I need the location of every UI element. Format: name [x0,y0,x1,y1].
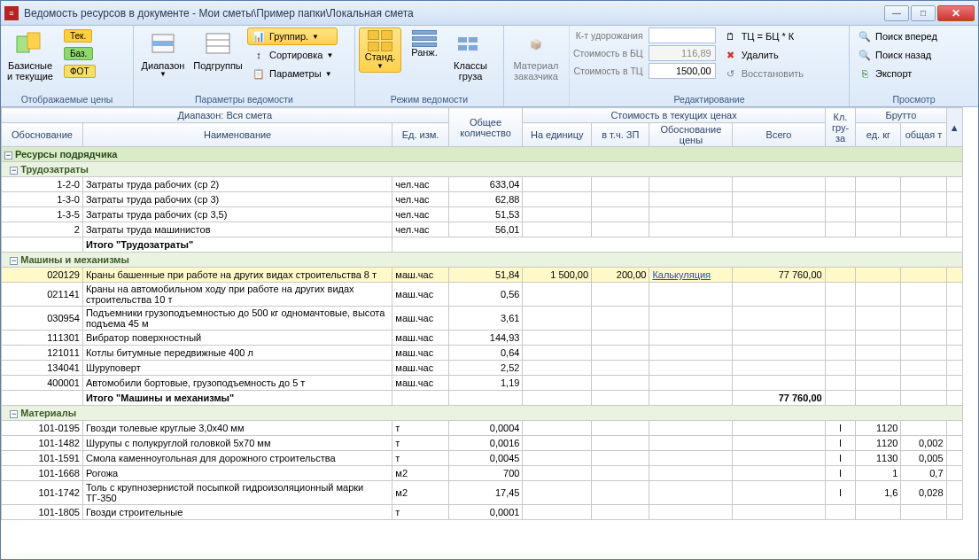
close-button[interactable]: ✕ [937,5,975,21]
cell[interactable] [592,177,649,192]
hdr-obosn[interactable]: Обоснование [2,123,83,147]
cell[interactable] [649,451,733,466]
cell[interactable] [523,421,592,436]
cell[interactable] [592,421,649,436]
cell[interactable] [649,436,733,451]
cell[interactable] [825,192,856,207]
prices-basic-current-button[interactable]: Базисные и текущие [4,27,56,84]
cell[interactable] [825,331,856,346]
cell[interactable] [901,346,946,361]
cell[interactable]: I [825,481,856,505]
cell[interactable] [856,177,901,192]
subsection-cell[interactable]: −Трудозатраты [2,162,963,177]
hdr-naim[interactable]: Наименование [82,123,392,147]
cell[interactable] [946,361,962,376]
cell[interactable]: Вибратор поверхностный [82,331,392,346]
cell[interactable]: м2 [392,481,448,505]
cell[interactable] [649,421,733,436]
cell[interactable] [825,346,856,361]
cell[interactable] [523,192,592,207]
subsection-cell[interactable]: −Машины и механизмы [2,253,963,268]
cell[interactable] [523,436,592,451]
kt-input[interactable] [649,27,716,43]
subsection-cell[interactable]: −Материалы [2,406,963,421]
maximize-button[interactable]: □ [911,5,936,21]
cell[interactable] [448,391,523,406]
cell[interactable] [523,391,592,406]
cell[interactable] [946,207,962,222]
cell[interactable]: 020129 [2,268,83,283]
cell[interactable]: 0,0016 [448,436,523,451]
cell[interactable] [946,505,962,520]
cell[interactable] [733,436,825,451]
cell[interactable] [946,436,962,451]
cell[interactable] [856,192,901,207]
search-fwd-button[interactable]: 🔍Поиск вперед [853,27,942,45]
table-row[interactable]: 020129Краны башенные при работе на други… [2,268,963,283]
cell[interactable]: 101-1668 [2,466,83,481]
cell[interactable] [825,505,856,520]
table-row[interactable]: −Материалы [2,406,963,421]
cell[interactable] [825,391,856,406]
cell[interactable] [901,207,946,222]
cell[interactable]: м2 [392,466,448,481]
cell[interactable] [733,466,825,481]
cell[interactable]: 77 760,00 [733,268,825,283]
section-cell[interactable]: −Ресурсы подрядчика [2,147,963,162]
cell[interactable]: чел.час [392,192,448,207]
table-row[interactable]: 121011Котлы битумные передвижные 400 лма… [2,346,963,361]
table-row[interactable]: 101-1482Шурупы с полукруглой головкой 5х… [2,436,963,451]
table-row[interactable]: Итого "Машины и механизмы"77 760,00 [2,391,963,406]
cell[interactable] [649,466,733,481]
cell[interactable] [733,331,825,346]
cell[interactable]: т [392,421,448,436]
stand-button[interactable]: Станд.▼ [359,27,401,73]
table-row[interactable]: 101-1591Смола каменноугольная для дорожн… [2,451,963,466]
cell[interactable] [592,307,649,331]
table-row[interactable]: 2Затраты труда машинистовчел.час56,01 [2,222,963,237]
cell[interactable] [523,481,592,505]
cell[interactable] [901,192,946,207]
ranzh-button[interactable]: Ранж. [405,27,444,60]
cell[interactable]: 0,005 [901,451,946,466]
cell[interactable]: 0,7 [901,466,946,481]
cell[interactable] [856,391,901,406]
cell[interactable] [733,361,825,376]
cell[interactable]: 400001 [2,376,83,391]
cell[interactable]: I [825,466,856,481]
cell[interactable]: т [392,436,448,451]
cell[interactable]: 2 [2,222,83,237]
cell[interactable]: 0,64 [448,346,523,361]
cell[interactable] [825,177,856,192]
cell[interactable] [733,283,825,307]
cell[interactable]: Гвозди строительные [82,505,392,520]
param-button[interactable]: 📋Параметры ▼ [247,65,338,82]
cell[interactable] [733,376,825,391]
delete-button[interactable]: ✖Удалить [719,46,808,64]
cell[interactable] [856,505,901,520]
collapse-icon[interactable]: − [10,167,18,175]
cell[interactable] [733,451,825,466]
diapazon-button[interactable]: Диапазон▼ [137,27,189,82]
hdr-edkg[interactable]: ед. кг [856,123,901,147]
cell[interactable] [946,268,962,283]
cell[interactable]: маш.час [392,268,448,283]
cell[interactable]: 134041 [2,361,83,376]
cell[interactable] [523,331,592,346]
cell[interactable]: 144,93 [448,331,523,346]
cell[interactable] [592,331,649,346]
cell[interactable] [946,421,962,436]
cell[interactable] [649,391,733,406]
cell[interactable] [523,466,592,481]
hdr-ed[interactable]: Ед. изм. [392,123,448,147]
cell[interactable]: 56,01 [448,222,523,237]
cell[interactable] [856,222,901,237]
hdr-vsego[interactable]: Всего [733,123,825,147]
cell[interactable] [733,481,825,505]
cell[interactable] [592,207,649,222]
table-row[interactable]: −Трудозатраты [2,162,963,177]
cell[interactable] [523,307,592,331]
cell[interactable] [825,361,856,376]
collapse-icon[interactable]: − [4,152,12,159]
cell[interactable] [946,222,962,237]
